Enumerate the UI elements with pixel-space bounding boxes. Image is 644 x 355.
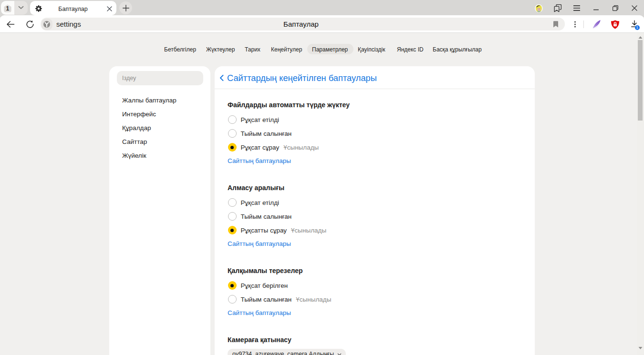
svg-text:1: 1 [6, 5, 9, 12]
